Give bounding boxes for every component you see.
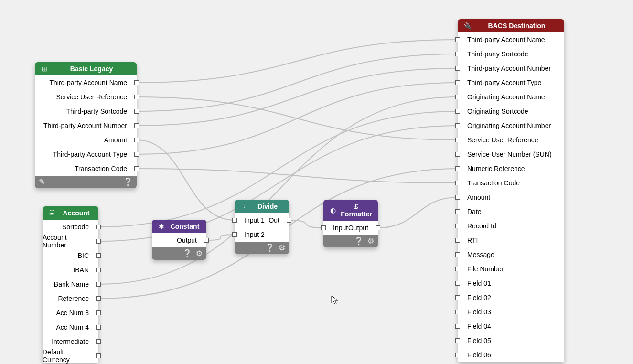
node-constant[interactable]: ✱ Constant Output ❔ ⚙ xyxy=(152,220,206,260)
help-icon[interactable]: ❔ xyxy=(265,244,275,252)
port-out[interactable] xyxy=(134,166,139,171)
node-title: Account xyxy=(59,209,94,217)
port-in[interactable] xyxy=(455,152,460,157)
port-out[interactable] xyxy=(376,225,380,230)
port-in[interactable] xyxy=(455,195,460,200)
help-icon[interactable]: ❔ xyxy=(354,237,364,245)
node-header[interactable]: 🔌 BACS Destination xyxy=(458,19,564,32)
output-port: Sortcode xyxy=(43,220,98,234)
port-in[interactable] xyxy=(455,310,460,314)
node-body: Input 1 Out Input 2 xyxy=(235,213,289,242)
node-header[interactable]: ✱ Constant xyxy=(152,220,206,233)
divide-icon: ÷ xyxy=(239,203,249,210)
node-body: Input Output xyxy=(323,221,378,235)
port-out[interactable] xyxy=(96,282,101,287)
node-body: Sortcode Account Number BIC IBAN Bank Na… xyxy=(43,220,98,363)
port-in[interactable] xyxy=(455,224,460,228)
node-bacs-destination[interactable]: 🔌 BACS Destination Third-party Account N… xyxy=(458,19,564,362)
port-out[interactable] xyxy=(134,138,139,142)
help-icon[interactable]: ❔ xyxy=(182,250,192,257)
node-account[interactable]: 🏛 Account Sortcode Account Number BIC IB… xyxy=(43,206,98,363)
port-in[interactable] xyxy=(455,338,460,343)
output-port: Acc Num 3 xyxy=(43,306,98,320)
port-in[interactable] xyxy=(455,166,460,171)
port-in[interactable] xyxy=(455,181,460,185)
gear-icon[interactable]: ⚙ xyxy=(196,250,203,257)
port-out[interactable] xyxy=(204,238,209,243)
node-formatter[interactable]: ◐ £ Formatter Input Output ❔ ⚙ xyxy=(323,200,378,247)
port-out[interactable] xyxy=(134,80,139,85)
output-port: Service User Reference xyxy=(35,90,137,104)
node-header[interactable]: ÷ Divide xyxy=(235,200,289,213)
port-out[interactable] xyxy=(96,353,101,358)
node-basic-legacy[interactable]: ⊞ Basic Legacy Third-party Account Name … xyxy=(35,62,137,188)
port-out[interactable] xyxy=(96,325,101,330)
port-in[interactable] xyxy=(455,209,460,214)
node-canvas[interactable]: ⊞ Basic Legacy Third-party Account Name … xyxy=(0,0,633,364)
port-in[interactable] xyxy=(455,52,460,56)
node-body: Third-party Account Name Third-party Sor… xyxy=(458,32,564,362)
port-in[interactable] xyxy=(455,109,460,114)
port-in[interactable] xyxy=(455,267,460,271)
port-out[interactable] xyxy=(96,225,101,229)
cursor-icon xyxy=(331,295,339,306)
contrast-icon: ◐ xyxy=(328,206,338,214)
port-in[interactable] xyxy=(455,281,460,286)
output-port: Account Number xyxy=(43,234,98,248)
bank-icon: 🏛 xyxy=(47,209,57,217)
port-in[interactable] xyxy=(455,138,460,142)
port-out[interactable] xyxy=(134,152,139,157)
asterisk-icon: ✱ xyxy=(157,223,166,230)
port-out[interactable] xyxy=(96,239,101,244)
output-port: Output xyxy=(152,233,206,247)
input-port: Message xyxy=(458,247,564,262)
port-out[interactable] xyxy=(134,95,139,99)
gear-icon[interactable]: ⚙ xyxy=(367,237,374,245)
port-in[interactable] xyxy=(455,238,460,243)
help-icon[interactable]: ❔ xyxy=(123,178,133,186)
port-out[interactable] xyxy=(287,218,291,223)
output-port: Acc Num 4 xyxy=(43,320,98,334)
node-divide[interactable]: ÷ Divide Input 1 Out Input 2 ❔ ⚙ xyxy=(235,200,289,254)
node-footer: ❔ ⚙ xyxy=(235,242,289,254)
output-port: Transaction Code xyxy=(35,161,137,176)
gear-icon[interactable]: ⚙ xyxy=(279,244,285,252)
input-port: Third-party Account Type xyxy=(458,75,564,90)
port-in[interactable] xyxy=(455,123,460,128)
port-in[interactable] xyxy=(455,37,460,42)
edit-icon[interactable]: ✎ xyxy=(39,178,45,186)
input-port: Date xyxy=(458,204,564,219)
output-port: Third-party Account Number xyxy=(35,118,137,133)
output-port: Third-party Account Type xyxy=(35,147,137,161)
input-port: Numeric Reference xyxy=(458,161,564,176)
port-out[interactable] xyxy=(96,253,101,258)
node-header[interactable]: 🏛 Account xyxy=(43,206,98,220)
port-out[interactable] xyxy=(134,109,139,114)
port-in[interactable] xyxy=(321,225,326,230)
port-in[interactable] xyxy=(455,324,460,329)
port-in[interactable] xyxy=(232,218,237,223)
port-out[interactable] xyxy=(96,296,101,301)
port-in[interactable] xyxy=(455,66,460,71)
port-in[interactable] xyxy=(455,295,460,300)
port-out[interactable] xyxy=(134,123,139,128)
port-out[interactable] xyxy=(96,268,101,272)
output-port: Third-party Account Name xyxy=(35,75,137,90)
node-title: Divide xyxy=(251,203,284,210)
port-in[interactable] xyxy=(232,232,237,237)
input-port: Field 06 xyxy=(458,348,564,362)
port-in[interactable] xyxy=(455,353,460,357)
port-in[interactable] xyxy=(455,80,460,85)
output-port: Bank Name xyxy=(43,277,98,291)
port-in[interactable] xyxy=(455,95,460,99)
port-in[interactable] xyxy=(455,252,460,257)
node-header[interactable]: ◐ £ Formatter xyxy=(323,200,378,221)
input-port: Field 04 xyxy=(458,319,564,333)
input-port: Field 05 xyxy=(458,333,564,348)
input-port: Originating Sortcode xyxy=(458,104,564,118)
input-port: Transaction Code xyxy=(458,176,564,190)
port-out[interactable] xyxy=(96,310,101,315)
node-header[interactable]: ⊞ Basic Legacy xyxy=(35,62,137,75)
input-port: RTI xyxy=(458,233,564,247)
port-out[interactable] xyxy=(96,339,101,344)
